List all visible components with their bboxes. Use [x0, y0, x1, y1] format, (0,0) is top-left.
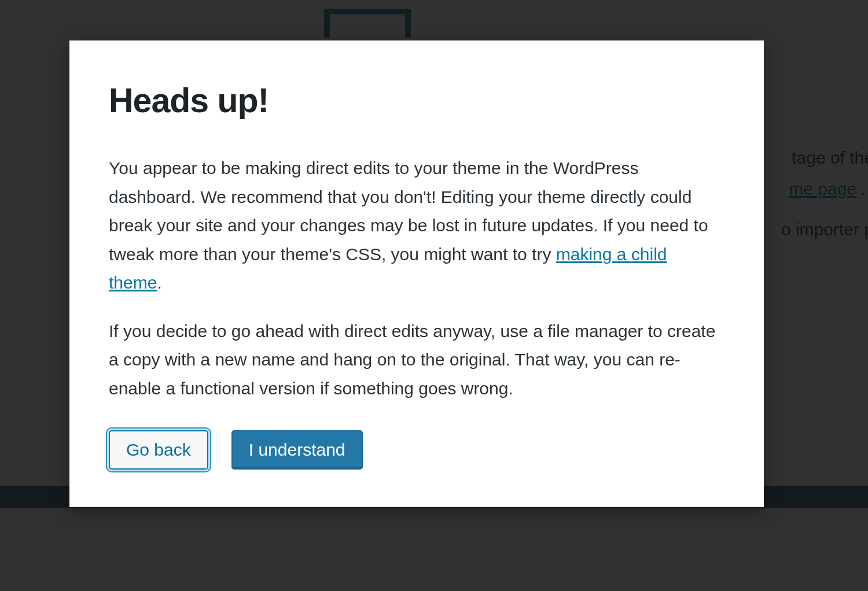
- modal-paragraph-1: You appear to be making direct edits to …: [109, 154, 724, 297]
- modal-p1-suffix: .: [157, 273, 161, 292]
- modal-paragraph-2: If you decide to go ahead with direct ed…: [109, 317, 724, 403]
- warning-modal: Heads up! You appear to be making direct…: [69, 40, 764, 507]
- i-understand-button[interactable]: I understand: [231, 430, 363, 470]
- modal-title: Heads up!: [109, 81, 724, 120]
- modal-button-row: Go back I understand: [109, 430, 724, 470]
- go-back-button[interactable]: Go back: [109, 430, 208, 470]
